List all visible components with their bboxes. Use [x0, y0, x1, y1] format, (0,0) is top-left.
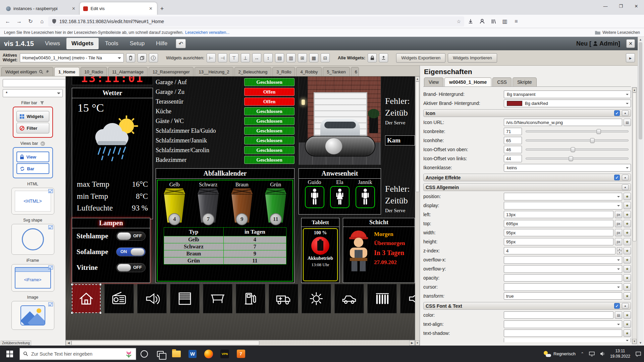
- icon-offset-top-slider[interactable]: [526, 148, 629, 150]
- hscroll-thumb[interactable]: [71, 341, 259, 345]
- manage-bookmarks-link[interactable]: Lesezeichen verwalten...: [185, 30, 229, 35]
- vscroll-thumb[interactable]: [416, 81, 419, 192]
- brand-bg-select[interactable]: Bg transparent: [504, 90, 631, 98]
- same-width-button[interactable]: ⊞: [298, 53, 307, 62]
- cursor-select[interactable]: [504, 283, 622, 291]
- overflow-x-select[interactable]: [504, 256, 622, 264]
- battery-icon[interactable]: [311, 237, 329, 255]
- display-select[interactable]: [504, 202, 622, 209]
- svg-widget-preview[interactable]: [11, 224, 54, 255]
- refresh-circle-icon[interactable]: [41, 141, 45, 146]
- delete-widget-button[interactable]: [126, 53, 135, 62]
- same-height-button[interactable]: ▦: [309, 53, 318, 62]
- tab-widget-id[interactable]: w00450_1_Home: [444, 77, 491, 86]
- cut-off-select[interactable]: [504, 338, 631, 342]
- view-tab-2-beleuchtung[interactable]: 2_Beleuchtung: [234, 67, 272, 76]
- bar-button[interactable]: Bar: [16, 163, 49, 174]
- task-view-button[interactable]: [152, 346, 168, 362]
- top-input[interactable]: [504, 220, 613, 227]
- tab-skripte[interactable]: Skripte: [513, 77, 537, 86]
- presence-indicator[interactable]: [356, 186, 375, 208]
- downloads-icon[interactable]: [466, 16, 476, 26]
- menu-icon[interactable]: ≡: [511, 16, 521, 26]
- nav-tile-heating[interactable]: [367, 284, 397, 313]
- binding-star-icon[interactable]: ★: [624, 247, 631, 254]
- section-icon[interactable]: Icon ✓ ▲: [423, 109, 631, 117]
- binding-star-icon[interactable]: ★: [624, 238, 631, 245]
- binding-star-icon[interactable]: ★: [624, 229, 631, 236]
- views-bar-widget-preview[interactable]: View Bar: [13, 147, 53, 178]
- nav-tile-shutter[interactable]: [170, 284, 200, 313]
- active-widget-select[interactable]: Home[w00450_1_Home] (metro - Tile Na: [20, 53, 124, 62]
- nav-tile-ambulance[interactable]: [269, 284, 298, 313]
- binding-star-icon[interactable]: ★: [624, 202, 631, 209]
- reload-icon[interactable]: ↻: [25, 16, 36, 26]
- width-input[interactable]: [504, 229, 613, 236]
- scroll-left-icon[interactable]: ◀: [66, 340, 71, 346]
- url-bar[interactable]: 192.168.178.151:8082/vis/edit.html?Neu#1…: [48, 16, 464, 26]
- icon-url-input[interactable]: [504, 119, 622, 126]
- icon-offset-left-input[interactable]: [504, 155, 522, 162]
- icon-height-input[interactable]: [504, 137, 522, 144]
- new-tab-button[interactable]: +: [157, 4, 167, 14]
- opacity-input[interactable]: [504, 274, 622, 282]
- browser-tab-editvis[interactable]: Edit vis ✕: [80, 2, 157, 15]
- library-icon[interactable]: [488, 16, 498, 26]
- status-badge[interactable]: Geschlossen: [244, 78, 294, 86]
- panel-toggle-button[interactable]: ▸: [626, 53, 635, 62]
- spinner[interactable]: ▲▼: [617, 247, 622, 254]
- menu-views[interactable]: Views: [40, 38, 65, 49]
- binding-star-icon[interactable]: ★: [624, 329, 631, 337]
- zindex-input[interactable]: [504, 247, 615, 254]
- icon-offset-left-slider[interactable]: [526, 158, 629, 160]
- notification-icon[interactable]: [635, 351, 641, 357]
- transform-input[interactable]: [504, 292, 622, 300]
- align-bottom-button[interactable]: ⊥: [241, 53, 250, 62]
- left-input[interactable]: [504, 211, 613, 218]
- scroll-up-icon[interactable]: ▲: [638, 37, 643, 42]
- taskbar-search[interactable]: Zur Suche Text hier eingeben: [19, 348, 136, 360]
- view-tab-10-radio[interactable]: 10_Radio: [80, 67, 107, 76]
- binding-star-icon[interactable]: ★: [624, 320, 631, 328]
- distribute-v-button[interactable]: ▥: [286, 53, 296, 62]
- status-badge[interactable]: Geschlossen: [244, 156, 294, 164]
- binding-star-icon[interactable]: ★: [624, 256, 631, 263]
- color-input[interactable]: [504, 311, 613, 319]
- binding-star-icon[interactable]: ★: [624, 274, 631, 282]
- status-badge[interactable]: Geschlossen: [244, 117, 294, 125]
- section-css-font[interactable]: CSS Font & Text ✓ ▲: [423, 302, 631, 310]
- binding-star-icon[interactable]: ★: [624, 211, 631, 218]
- menu-setup[interactable]: Setup: [125, 38, 150, 49]
- properties-scrollbar[interactable]: ▲ ▼: [632, 87, 637, 344]
- copy-widget-button[interactable]: [138, 53, 147, 62]
- page-scrollbar[interactable]: ▲ ▼: [638, 37, 643, 346]
- icon-width-input[interactable]: [504, 128, 522, 135]
- status-badge[interactable]: Offen: [244, 98, 294, 106]
- px-unit-button[interactable]: px: [615, 238, 622, 245]
- minimize-button[interactable]: —: [598, 0, 613, 12]
- nav-tile-radio[interactable]: [104, 284, 134, 313]
- properties-scroll-thumb[interactable]: [633, 93, 636, 241]
- palette-search-input[interactable]: [3, 79, 66, 87]
- back-icon[interactable]: ←: [3, 16, 13, 26]
- nav-tile-home[interactable]: [71, 284, 101, 313]
- nav-tile-cut[interactable]: [400, 284, 415, 313]
- browser-tab-instances[interactable]: instances - raspberrypi ✕: [3, 2, 80, 15]
- filter-bar-widget-preview[interactable]: Widgets Filter: [13, 107, 53, 138]
- distribute-h-button[interactable]: ▤: [275, 53, 284, 62]
- binding-star-icon[interactable]: ★: [624, 193, 631, 200]
- insert-widget-tab[interactable]: Widget einfügen: [1, 67, 53, 76]
- tab-close-icon[interactable]: ✕: [71, 6, 76, 11]
- nav-tile-car[interactable]: [334, 284, 364, 313]
- view-tab-11-alarmanlage[interactable]: 11_Alarmanlage: [108, 67, 148, 76]
- tab-view[interactable]: View: [424, 77, 443, 86]
- view-tab-3-rollo[interactable]: 3_Rollo: [272, 67, 295, 76]
- canvas-hscrollbar[interactable]: ◀ ▶: [66, 340, 415, 346]
- checkbox-checked-icon[interactable]: ✓: [614, 303, 620, 309]
- menu-widgets[interactable]: Widgets: [66, 38, 99, 49]
- section-effects[interactable]: Anzeige Effekte ✓ ▲: [423, 174, 631, 181]
- status-badge[interactable]: Offen: [244, 88, 294, 96]
- position-select[interactable]: [504, 193, 622, 200]
- word-button[interactable]: W: [184, 346, 201, 362]
- scroll-down-icon[interactable]: ▼: [415, 341, 420, 346]
